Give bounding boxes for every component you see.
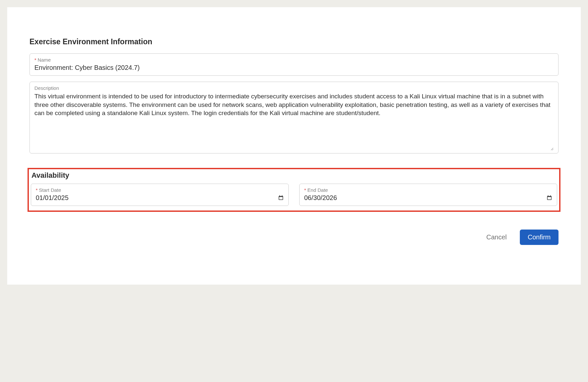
name-field-label: * Name — [34, 57, 554, 63]
end-date-input[interactable] — [304, 193, 544, 202]
svg-rect-5 — [548, 197, 551, 199]
end-date-label: * End Date — [304, 187, 552, 193]
calendar-icon[interactable] — [546, 195, 552, 201]
description-field-container[interactable]: Description — [29, 82, 559, 153]
required-asterisk: * — [304, 187, 306, 193]
svg-rect-1 — [279, 197, 283, 199]
start-date-input[interactable] — [36, 193, 276, 202]
end-date-label-text: End Date — [307, 187, 328, 193]
required-asterisk: * — [36, 187, 38, 193]
end-date-field-container[interactable]: * End Date — [299, 184, 557, 206]
calendar-icon[interactable] — [278, 195, 284, 201]
description-label-text: Description — [34, 85, 59, 91]
required-asterisk: * — [34, 57, 36, 63]
form-card: Exercise Environment Information * Name … — [7, 7, 581, 285]
name-field-container[interactable]: * Name — [29, 53, 559, 76]
availability-heading: Availability — [31, 171, 557, 180]
description-field-label: Description — [34, 85, 554, 91]
start-date-label-text: Start Date — [39, 187, 61, 193]
form-actions: Cancel Confirm — [29, 230, 559, 245]
availability-highlight: Availability * Start Date — [28, 168, 560, 212]
name-input[interactable] — [34, 63, 554, 71]
description-textarea[interactable] — [34, 91, 554, 151]
start-date-label: * Start Date — [36, 187, 284, 193]
name-label-text: Name — [38, 57, 51, 63]
confirm-button[interactable]: Confirm — [520, 230, 559, 245]
cancel-button[interactable]: Cancel — [485, 231, 508, 244]
start-date-field-container[interactable]: * Start Date — [31, 184, 289, 206]
env-info-heading: Exercise Environment Information — [29, 37, 559, 46]
